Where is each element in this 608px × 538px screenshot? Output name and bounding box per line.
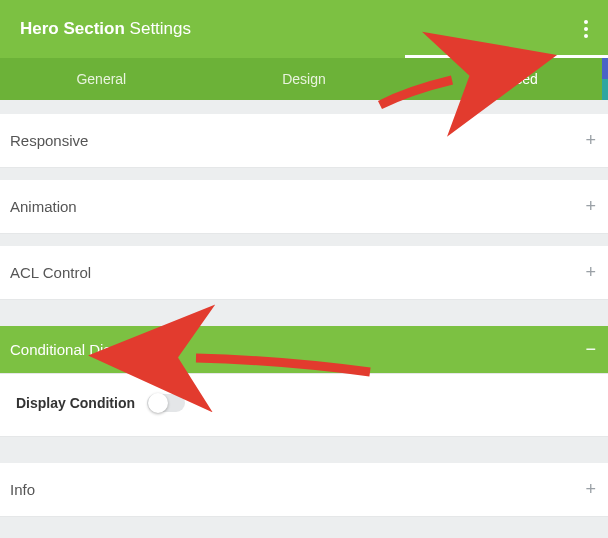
panel-animation[interactable]: Animation + xyxy=(0,180,608,234)
panel-acl-control[interactable]: ACL Control + xyxy=(0,246,608,300)
kebab-menu-icon[interactable] xyxy=(584,20,588,38)
tab-label: General xyxy=(76,71,126,87)
side-stripes xyxy=(602,58,608,100)
panel-responsive[interactable]: Responsive + xyxy=(0,114,608,168)
expand-icon: + xyxy=(585,196,596,217)
panel-conditional-body: Display Condition xyxy=(0,374,608,437)
header-title-rest: Settings xyxy=(130,19,191,38)
tab-label: Advanced xyxy=(476,71,538,87)
tab-label: Design xyxy=(282,71,326,87)
display-condition-label: Display Condition xyxy=(16,395,135,411)
tab-general[interactable]: General xyxy=(0,58,203,100)
panel-title: Conditional Display xyxy=(10,341,138,358)
expand-icon: + xyxy=(585,479,596,500)
settings-header: Hero Section Settings xyxy=(0,0,608,58)
expand-icon: + xyxy=(585,130,596,151)
panel-title: Animation xyxy=(10,198,77,215)
panel-title: ACL Control xyxy=(10,264,91,281)
collapse-icon: − xyxy=(585,339,596,360)
header-title-bold: Hero Section xyxy=(20,19,125,38)
tabs-bar: General Design Advanced xyxy=(0,58,608,100)
toggle-knob xyxy=(148,393,168,413)
tab-advanced[interactable]: Advanced xyxy=(405,58,608,100)
display-condition-toggle[interactable] xyxy=(147,394,185,412)
tab-design[interactable]: Design xyxy=(203,58,406,100)
panel-title: Info xyxy=(10,481,35,498)
panel-info[interactable]: Info + xyxy=(0,463,608,517)
panel-list: Responsive + Animation + ACL Control + C… xyxy=(0,114,608,517)
header-title: Hero Section Settings xyxy=(20,19,191,39)
panel-conditional-display[interactable]: Conditional Display − xyxy=(0,326,608,374)
expand-icon: + xyxy=(585,262,596,283)
panel-title: Responsive xyxy=(10,132,88,149)
